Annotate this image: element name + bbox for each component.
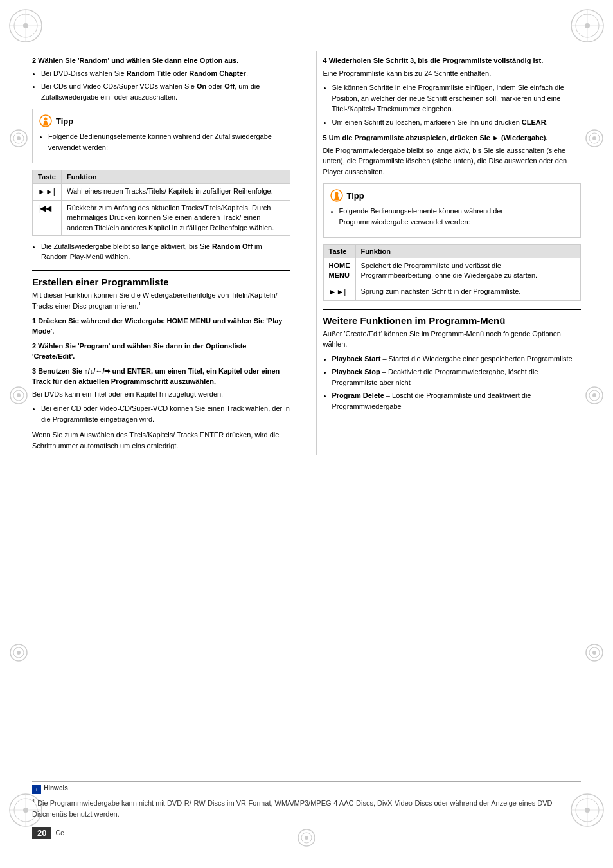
step3-desc: Bei DVDs kann ein Titel oder ein Kapitel… xyxy=(32,389,290,400)
footnote-text: 1 Die Programmwiedergabe kann nicht mit … xyxy=(32,797,581,819)
svg-point-44 xyxy=(335,192,338,195)
hinweis-icon: i xyxy=(32,785,41,794)
tip-box-2: Tipp Folgende Bedienungselemente können … xyxy=(323,183,582,238)
side-deco-left-3 xyxy=(9,643,28,664)
corner-decoration-tl xyxy=(6,6,45,45)
weitere-bullet-1: Playback Start – Startet die Wiedergabe … xyxy=(332,354,582,365)
random-off-list: Die Zufallswiedergabe bleibt so lange ak… xyxy=(41,241,290,262)
tip-label-1: Tipp xyxy=(56,116,73,126)
footnote-area: i Hinweis 1 Die Programmwiedergabe kann … xyxy=(32,781,581,823)
tip-icon-2 xyxy=(330,189,343,202)
table2-row2-key: ►►| xyxy=(323,284,355,300)
table-row: ►►| Sprung zum nächsten Schritt in der P… xyxy=(323,284,581,300)
program-delete-label: Program Delete xyxy=(332,392,384,399)
section-erstellen-title: Erstellen einer Programmliste xyxy=(32,276,290,287)
side-deco-right-3 xyxy=(585,643,604,664)
table-row: ►►| Wahl eines neuen Tracks/Titels/ Kapi… xyxy=(33,184,290,201)
playback-start-label: Playback Start xyxy=(332,355,381,363)
step4-bullet-1: Sie können Schritte in eine Programmlist… xyxy=(332,82,582,114)
table2-col2-header: Funktion xyxy=(355,245,581,258)
random-off-item: Die Zufallswiedergabe bleibt so lange ak… xyxy=(41,241,290,262)
tip-header-2: Tipp xyxy=(330,189,574,202)
step2-heading: 2 Wählen Sie 'Program' und wählen Sie da… xyxy=(32,341,290,362)
step5-heading: 5 Um die Programmliste abzuspielen, drüc… xyxy=(323,132,582,143)
step3-bullet-1: Bei einer CD oder Video-CD/Super-VCD kön… xyxy=(41,403,290,424)
hinweis-box: i Hinweis xyxy=(32,784,581,794)
step1-heading: 1 Drücken Sie während der Wiedergabe HOM… xyxy=(32,316,290,337)
table-row: |◀◀ Rückkehr zum Anfang des aktuellen Tr… xyxy=(33,200,290,235)
tip-icon-1 xyxy=(39,114,52,127)
main-content: 2 Wählen Sie 'Random' und wählen Sie dan… xyxy=(32,51,581,455)
clear-label: CLEAR xyxy=(522,118,546,126)
random-title-label: Random Title xyxy=(127,69,171,77)
svg-point-37 xyxy=(592,651,596,655)
left-column: 2 Wählen Sie 'Random' und wählen Sie dan… xyxy=(32,51,297,455)
step2-random-heading: 2 Wählen Sie 'Random' und wählen Sie dan… xyxy=(32,55,290,66)
table1-col1-header: Taste xyxy=(33,170,62,184)
step4-bullets: Sie können Schritte in eine Programmlist… xyxy=(332,82,582,127)
step4-bullet-2: Um einen Schritt zu löschen, markieren S… xyxy=(332,117,582,128)
table2-row1-value: Speichert die Programmliste und verlässt… xyxy=(355,258,581,284)
side-deco-right-1 xyxy=(585,129,604,149)
svg-point-42 xyxy=(44,118,48,121)
table1-row1-value: Wahl eines neuen Tracks/Titels/ Kapitels… xyxy=(61,184,290,201)
table2-row1-key: HOMEMENU xyxy=(323,258,355,284)
tip-list-2: Folgende Bedienungselemente können währe… xyxy=(339,206,574,227)
table1-row2-key: |◀◀ xyxy=(33,200,62,235)
table1-col2-header: Funktion xyxy=(61,170,290,184)
section-divider xyxy=(32,270,290,271)
random-bullet-1: Bei DVD-Discs wählen Sie Random Title od… xyxy=(41,68,290,79)
random-bullet-2: Bei CDs und Video-CDs/Super VCDs wählen … xyxy=(41,81,290,102)
step3-footer: Wenn Sie zum Auswählen des Titels/Kapite… xyxy=(32,429,290,451)
tip-header-1: Tipp xyxy=(39,114,283,127)
random-bullets: Bei DVD-Discs wählen Sie Random Title od… xyxy=(41,68,290,103)
svg-point-25 xyxy=(17,393,21,397)
hinweis-label: Hinweis xyxy=(44,784,68,791)
table-row: HOMEMENU Speichert die Programmliste und… xyxy=(323,258,581,284)
svg-point-40 xyxy=(305,836,308,840)
tip-text-2: Folgende Bedienungselemente können währe… xyxy=(339,206,574,227)
step4-heading: 4 Wiederholen Sie Schritt 3, bis die Pro… xyxy=(323,55,582,66)
playback-start-text: – Startet die Wiedergabe einer gespeiche… xyxy=(380,355,572,363)
step4-desc: Eine Programmliste kann bis zu 24 Schrit… xyxy=(323,68,582,79)
table-2: Taste Funktion HOMEMENU Speichert die Pr… xyxy=(323,244,582,301)
section-weitere-desc: Außer 'Create/Edit' können Sie im Progra… xyxy=(323,329,582,350)
weitere-bullet-2: Playback Stop – Deaktiviert die Programm… xyxy=(332,366,582,388)
weitere-bullets: Playback Start – Startet die Wiedergabe … xyxy=(332,354,582,412)
table2-col1-header: Taste xyxy=(323,245,355,258)
page-lang: Ge xyxy=(55,829,64,836)
section-divider-2 xyxy=(323,309,582,310)
svg-point-28 xyxy=(17,651,21,655)
section-weitere-title: Weitere Funktionen im Programm-Menü xyxy=(323,315,582,326)
tip-label-2: Tipp xyxy=(347,191,364,201)
step3-bullets: Bei einer CD oder Video-CD/Super-VCD kön… xyxy=(41,403,290,424)
step5-desc: Die Programmwiedergabe bleibt so lange a… xyxy=(323,145,582,177)
bottom-center-deco xyxy=(297,828,316,849)
side-deco-left-2 xyxy=(9,386,28,406)
corner-decoration-tr xyxy=(568,6,607,45)
on-label: On xyxy=(197,82,206,90)
svg-point-31 xyxy=(592,136,596,140)
tip-list-1: Folgende Bedienungselemente können währe… xyxy=(48,131,283,152)
section-erstellen-desc: Mit dieser Funktion können Sie die Wiede… xyxy=(32,290,290,312)
table1-row1-key: ►►| xyxy=(33,184,62,201)
svg-point-22 xyxy=(17,136,21,140)
table-1: Taste Funktion ►►| Wahl eines neuen Trac… xyxy=(32,170,290,236)
side-deco-right-2 xyxy=(585,386,604,406)
right-column: 4 Wiederholen Sie Schritt 3, bis die Pro… xyxy=(316,51,582,455)
page-number: 20 xyxy=(32,827,51,839)
off-label: Off xyxy=(224,82,235,90)
random-off-bold: Random Off xyxy=(212,242,253,250)
svg-point-34 xyxy=(592,393,596,397)
step5-heading-text: 5 Um die Programmliste abzuspielen, drüc… xyxy=(323,134,548,141)
page-number-area: 20 Ge xyxy=(32,827,64,839)
tip-text-1: Folgende Bedienungselemente können währe… xyxy=(48,131,283,152)
weitere-bullet-3: Program Delete – Löscht die Programmlist… xyxy=(332,390,582,411)
step3-heading: 3 Benutzen Sie ↑/↓/←/➡ und ENTER, um ein… xyxy=(32,366,290,387)
playback-stop-label: Playback Stop xyxy=(332,368,380,375)
table2-row2-value: Sprung zum nächsten Schritt in der Progr… xyxy=(355,284,581,300)
table1-row2-value: Rückkehr zum Anfang des aktuellen Tracks… xyxy=(61,200,290,235)
random-chapter-label: Random Chapter xyxy=(189,69,246,77)
side-deco-left-1 xyxy=(9,129,28,149)
tip-box-1: Tipp Folgende Bedienungselemente können … xyxy=(32,109,290,163)
